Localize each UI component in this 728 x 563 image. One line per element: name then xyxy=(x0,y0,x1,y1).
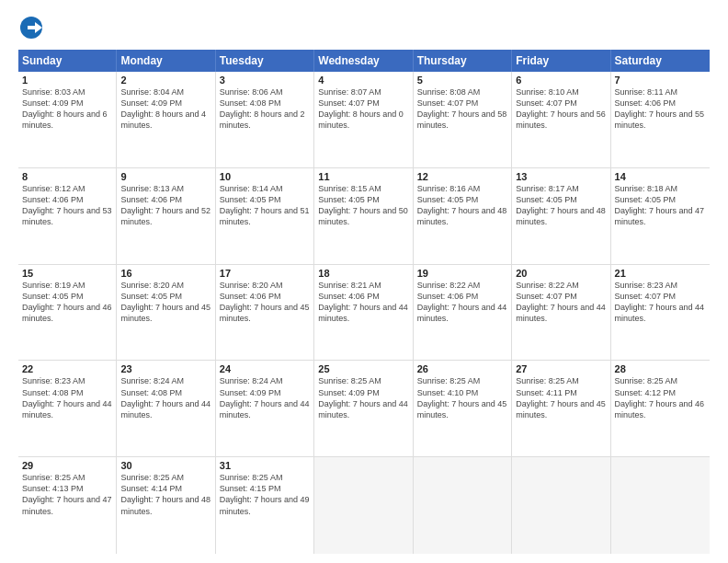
calendar-cell-10: 10 Sunrise: 8:14 AMSunset: 4:05 PMDaylig… xyxy=(216,168,314,264)
day-number: 1 xyxy=(22,75,112,86)
day-number: 23 xyxy=(120,363,210,374)
day-number: 30 xyxy=(120,460,210,471)
cell-info: Sunrise: 8:03 AMSunset: 4:09 PMDaylight:… xyxy=(22,87,108,130)
day-number: 31 xyxy=(220,460,310,471)
day-number: 22 xyxy=(22,363,112,374)
calendar-cell-empty xyxy=(414,457,512,554)
day-number: 19 xyxy=(417,268,507,279)
calendar-row-5: 29 Sunrise: 8:25 AMSunset: 4:13 PMDaylig… xyxy=(18,457,710,554)
day-number: 8 xyxy=(22,171,112,182)
cell-info: Sunrise: 8:17 AMSunset: 4:05 PMDaylight:… xyxy=(516,184,606,226)
calendar-cell-3: 3 Sunrise: 8:06 AMSunset: 4:08 PMDayligh… xyxy=(216,72,314,167)
day-number: 21 xyxy=(615,268,706,279)
calendar-cell-11: 11 Sunrise: 8:15 AMSunset: 4:05 PMDaylig… xyxy=(314,168,413,264)
calendar-cell-6: 6 Sunrise: 8:10 AMSunset: 4:07 PMDayligh… xyxy=(512,72,610,167)
calendar-row-4: 22 Sunrise: 8:23 AMSunset: 4:08 PMDaylig… xyxy=(18,361,710,457)
day-number: 15 xyxy=(22,268,112,279)
calendar-row-2: 8 Sunrise: 8:12 AMSunset: 4:06 PMDayligh… xyxy=(18,168,710,265)
calendar: SundayMondayTuesdayWednesdayThursdayFrid… xyxy=(18,50,710,554)
logo xyxy=(18,15,48,40)
calendar-cell-19: 19 Sunrise: 8:22 AMSunset: 4:06 PMDaylig… xyxy=(414,265,512,361)
calendar-cell-30: 30 Sunrise: 8:25 AMSunset: 4:14 PMDaylig… xyxy=(117,457,215,554)
calendar-cell-31: 31 Sunrise: 8:25 AMSunset: 4:15 PMDaylig… xyxy=(216,457,314,554)
cell-info: Sunrise: 8:23 AMSunset: 4:08 PMDaylight:… xyxy=(22,376,112,419)
calendar-body: 1 Sunrise: 8:03 AMSunset: 4:09 PMDayligh… xyxy=(18,72,710,554)
header-day-monday: Monday xyxy=(117,50,215,72)
cell-info: Sunrise: 8:19 AMSunset: 4:05 PMDaylight:… xyxy=(22,281,112,323)
header-day-tuesday: Tuesday xyxy=(216,50,314,72)
calendar-cell-18: 18 Sunrise: 8:21 AMSunset: 4:06 PMDaylig… xyxy=(314,265,413,361)
header xyxy=(18,15,710,40)
calendar-cell-23: 23 Sunrise: 8:24 AMSunset: 4:08 PMDaylig… xyxy=(117,361,215,456)
cell-info: Sunrise: 8:25 AMSunset: 4:12 PMDaylight:… xyxy=(615,376,705,419)
day-number: 18 xyxy=(318,268,408,279)
cell-info: Sunrise: 8:14 AMSunset: 4:05 PMDaylight:… xyxy=(220,184,310,226)
cell-info: Sunrise: 8:23 AMSunset: 4:07 PMDaylight:… xyxy=(615,281,705,323)
cell-info: Sunrise: 8:21 AMSunset: 4:06 PMDaylight:… xyxy=(318,281,408,323)
calendar-cell-4: 4 Sunrise: 8:07 AMSunset: 4:07 PMDayligh… xyxy=(314,72,413,167)
cell-info: Sunrise: 8:25 AMSunset: 4:13 PMDaylight:… xyxy=(22,473,112,515)
calendar-cell-empty xyxy=(314,457,413,554)
calendar-header: SundayMondayTuesdayWednesdayThursdayFrid… xyxy=(18,50,710,72)
calendar-row-3: 15 Sunrise: 8:19 AMSunset: 4:05 PMDaylig… xyxy=(18,265,710,362)
cell-info: Sunrise: 8:04 AMSunset: 4:09 PMDaylight:… xyxy=(120,87,206,130)
day-number: 12 xyxy=(417,171,507,182)
day-number: 29 xyxy=(22,460,112,471)
calendar-cell-27: 27 Sunrise: 8:25 AMSunset: 4:11 PMDaylig… xyxy=(512,361,610,456)
cell-info: Sunrise: 8:25 AMSunset: 4:09 PMDaylight:… xyxy=(318,376,408,419)
calendar-cell-16: 16 Sunrise: 8:20 AMSunset: 4:05 PMDaylig… xyxy=(117,265,215,361)
header-day-thursday: Thursday xyxy=(414,50,512,72)
cell-info: Sunrise: 8:25 AMSunset: 4:11 PMDaylight:… xyxy=(516,376,606,419)
cell-info: Sunrise: 8:20 AMSunset: 4:05 PMDaylight:… xyxy=(120,281,210,323)
day-number: 24 xyxy=(220,363,310,374)
calendar-cell-22: 22 Sunrise: 8:23 AMSunset: 4:08 PMDaylig… xyxy=(18,361,117,456)
calendar-cell-1: 1 Sunrise: 8:03 AMSunset: 4:09 PMDayligh… xyxy=(18,72,117,167)
calendar-cell-5: 5 Sunrise: 8:08 AMSunset: 4:07 PMDayligh… xyxy=(414,72,512,167)
cell-info: Sunrise: 8:13 AMSunset: 4:06 PMDaylight:… xyxy=(120,184,210,226)
day-number: 2 xyxy=(120,75,210,86)
day-number: 25 xyxy=(318,363,408,374)
day-number: 6 xyxy=(516,75,606,86)
cell-info: Sunrise: 8:10 AMSunset: 4:07 PMDaylight:… xyxy=(516,87,606,130)
calendar-cell-8: 8 Sunrise: 8:12 AMSunset: 4:06 PMDayligh… xyxy=(18,168,117,264)
calendar-cell-28: 28 Sunrise: 8:25 AMSunset: 4:12 PMDaylig… xyxy=(611,361,710,456)
day-number: 10 xyxy=(220,171,310,182)
calendar-cell-13: 13 Sunrise: 8:17 AMSunset: 4:05 PMDaylig… xyxy=(512,168,610,264)
cell-info: Sunrise: 8:07 AMSunset: 4:07 PMDaylight:… xyxy=(318,87,404,130)
page: SundayMondayTuesdayWednesdayThursdayFrid… xyxy=(0,0,728,563)
calendar-cell-empty xyxy=(611,457,710,554)
cell-info: Sunrise: 8:15 AMSunset: 4:05 PMDaylight:… xyxy=(318,184,408,226)
day-number: 27 xyxy=(516,363,606,374)
calendar-cell-24: 24 Sunrise: 8:24 AMSunset: 4:09 PMDaylig… xyxy=(216,361,314,456)
calendar-cell-7: 7 Sunrise: 8:11 AMSunset: 4:06 PMDayligh… xyxy=(611,72,710,167)
cell-info: Sunrise: 8:20 AMSunset: 4:06 PMDaylight:… xyxy=(220,281,310,323)
day-number: 20 xyxy=(516,268,606,279)
calendar-cell-21: 21 Sunrise: 8:23 AMSunset: 4:07 PMDaylig… xyxy=(611,265,710,361)
header-day-saturday: Saturday xyxy=(611,50,710,72)
day-number: 13 xyxy=(516,171,606,182)
day-number: 28 xyxy=(615,363,706,374)
calendar-cell-9: 9 Sunrise: 8:13 AMSunset: 4:06 PMDayligh… xyxy=(117,168,215,264)
header-day-wednesday: Wednesday xyxy=(314,50,413,72)
cell-info: Sunrise: 8:06 AMSunset: 4:08 PMDaylight:… xyxy=(220,87,305,130)
cell-info: Sunrise: 8:08 AMSunset: 4:07 PMDaylight:… xyxy=(417,87,507,130)
header-day-friday: Friday xyxy=(512,50,610,72)
header-day-sunday: Sunday xyxy=(18,50,117,72)
cell-info: Sunrise: 8:12 AMSunset: 4:06 PMDaylight:… xyxy=(22,184,112,226)
cell-info: Sunrise: 8:16 AMSunset: 4:05 PMDaylight:… xyxy=(417,184,507,226)
calendar-row-1: 1 Sunrise: 8:03 AMSunset: 4:09 PMDayligh… xyxy=(18,72,710,168)
day-number: 17 xyxy=(220,268,310,279)
day-number: 3 xyxy=(220,75,310,86)
cell-info: Sunrise: 8:25 AMSunset: 4:14 PMDaylight:… xyxy=(120,473,210,515)
calendar-cell-15: 15 Sunrise: 8:19 AMSunset: 4:05 PMDaylig… xyxy=(18,265,117,361)
calendar-cell-14: 14 Sunrise: 8:18 AMSunset: 4:05 PMDaylig… xyxy=(611,168,710,264)
cell-info: Sunrise: 8:22 AMSunset: 4:06 PMDaylight:… xyxy=(417,281,507,323)
cell-info: Sunrise: 8:25 AMSunset: 4:10 PMDaylight:… xyxy=(417,376,507,419)
calendar-cell-2: 2 Sunrise: 8:04 AMSunset: 4:09 PMDayligh… xyxy=(117,72,215,167)
day-number: 11 xyxy=(318,171,408,182)
day-number: 16 xyxy=(120,268,210,279)
calendar-cell-20: 20 Sunrise: 8:22 AMSunset: 4:07 PMDaylig… xyxy=(512,265,610,361)
day-number: 9 xyxy=(120,171,210,182)
calendar-cell-26: 26 Sunrise: 8:25 AMSunset: 4:10 PMDaylig… xyxy=(414,361,512,456)
cell-info: Sunrise: 8:18 AMSunset: 4:05 PMDaylight:… xyxy=(615,184,705,226)
